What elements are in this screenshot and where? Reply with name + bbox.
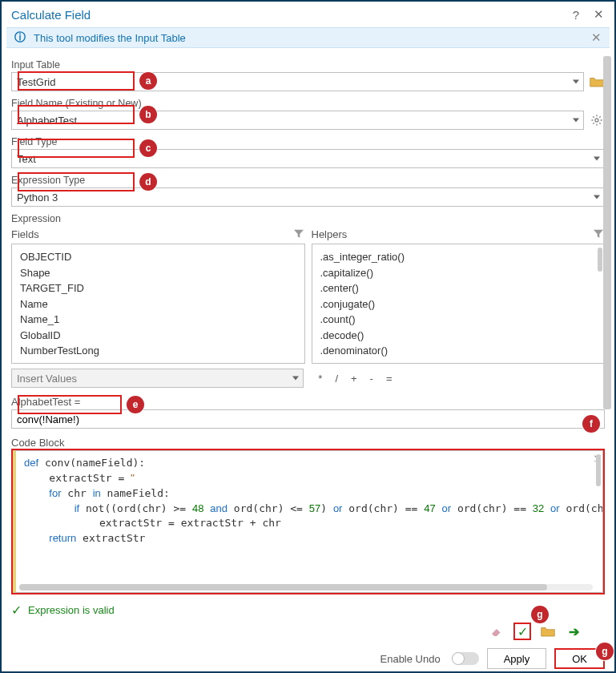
dialog-footer: Enable Undo Apply OK: [2, 640, 614, 673]
list-item[interactable]: .denominator(): [320, 343, 602, 359]
close-button[interactable]: ✕: [587, 7, 610, 22]
main-scrollbar[interactable]: [603, 53, 611, 623]
expression-type-label: Expression Type: [11, 175, 605, 186]
apply-button[interactable]: Apply: [487, 648, 547, 669]
scrollbar[interactable]: [596, 454, 601, 576]
list-item[interactable]: Name_1: [20, 312, 301, 328]
field-type-select[interactable]: [11, 149, 605, 168]
load-expression-button[interactable]: [539, 623, 557, 640]
gear-icon: [590, 114, 603, 127]
op-minus[interactable]: -: [370, 373, 373, 385]
eraser-icon: [489, 624, 504, 639]
list-item[interactable]: .decode(): [320, 328, 602, 344]
callout-g-ok: g: [596, 643, 614, 660]
op-divide[interactable]: /: [335, 373, 338, 385]
callout-d: d: [139, 173, 157, 191]
codeblock-editor[interactable]: ⇲def conv(nameField): extractStr = '' fo…: [13, 450, 603, 593]
helpers-list[interactable]: .as_integer_ratio() .capitalize() .cente…: [312, 244, 606, 364]
insert-values-select[interactable]: [11, 369, 304, 388]
validate-expression-button[interactable]: ✓: [513, 623, 531, 640]
op-equals[interactable]: =: [386, 373, 393, 385]
fields-list[interactable]: OBJECTID Shape TARGET_FID Name Name_1 Gl…: [11, 244, 305, 364]
window-title: Calculate Field: [11, 8, 565, 22]
list-item[interactable]: TARGET_FID: [20, 280, 301, 296]
field-options-button[interactable]: [589, 112, 605, 128]
svg-point-0: [595, 119, 598, 122]
list-item[interactable]: .count(): [320, 312, 602, 328]
run-button[interactable]: ➔: [565, 623, 582, 640]
clear-expression-button[interactable]: [488, 623, 505, 640]
list-item[interactable]: .center(): [320, 280, 602, 296]
help-button[interactable]: ?: [565, 8, 587, 22]
enable-undo-label: Enable Undo: [380, 653, 441, 665]
browse-folder-button[interactable]: [589, 74, 605, 90]
validation-text: Expression is valid: [28, 604, 115, 616]
list-item[interactable]: .capitalize(): [320, 265, 602, 281]
field-name-field[interactable]: [11, 111, 584, 130]
callout-f: f: [582, 415, 600, 433]
titlebar: Calculate Field ? ✕: [2, 2, 614, 27]
enable-undo-toggle[interactable]: [452, 652, 479, 665]
list-item[interactable]: OBJECTID: [20, 249, 301, 265]
fields-header: Fields: [11, 228, 292, 240]
info-text: This tool modifies the Input Table: [34, 32, 591, 44]
expression-section-label: Expression: [11, 213, 605, 224]
info-close-button[interactable]: ✕: [591, 30, 602, 45]
list-item[interactable]: GlobalID: [20, 328, 301, 344]
callout-c: c: [139, 139, 157, 157]
callout-a: a: [139, 72, 157, 90]
folder-icon: [590, 75, 604, 88]
list-item[interactable]: Name: [20, 296, 301, 312]
field-type-label: Field Type: [11, 136, 605, 147]
operator-buttons: * / + - =: [310, 373, 392, 385]
codeblock-label: Code Block: [11, 437, 605, 449]
input-table-label: Input Table: [11, 59, 605, 71]
scrollbar[interactable]: [19, 584, 593, 590]
input-table-field[interactable]: [11, 72, 584, 91]
expression-input[interactable]: [11, 409, 605, 429]
callout-b: b: [139, 106, 157, 123]
codeblock-highlight: ⇲def conv(nameField): extractStr = '' fo…: [11, 449, 605, 594]
op-plus[interactable]: +: [351, 373, 357, 385]
expression-equals-label: AlphabetTest =: [11, 396, 605, 408]
list-item[interactable]: .as_integer_ratio(): [320, 249, 602, 265]
list-item[interactable]: NumberTestLong: [20, 343, 301, 359]
helpers-header: Helpers: [312, 228, 593, 240]
info-banner: ⓘ This tool modifies the Input Table ✕: [6, 27, 610, 48]
op-multiply[interactable]: *: [318, 373, 322, 385]
callout-e: e: [127, 396, 144, 413]
list-item[interactable]: .conjugate(): [320, 296, 602, 312]
list-item[interactable]: Shape: [20, 265, 301, 281]
callout-g-validate: g: [531, 606, 549, 623]
expression-type-select[interactable]: [11, 187, 605, 207]
validation-status: ✓ Expression is valid: [11, 602, 605, 618]
field-name-label: Field Name (Existing or New): [11, 98, 605, 109]
info-icon: ⓘ: [14, 30, 26, 45]
scrollbar[interactable]: [598, 248, 602, 360]
filter-icon[interactable]: [292, 228, 305, 240]
folder-icon: [541, 625, 555, 638]
check-icon: ✓: [11, 602, 22, 618]
